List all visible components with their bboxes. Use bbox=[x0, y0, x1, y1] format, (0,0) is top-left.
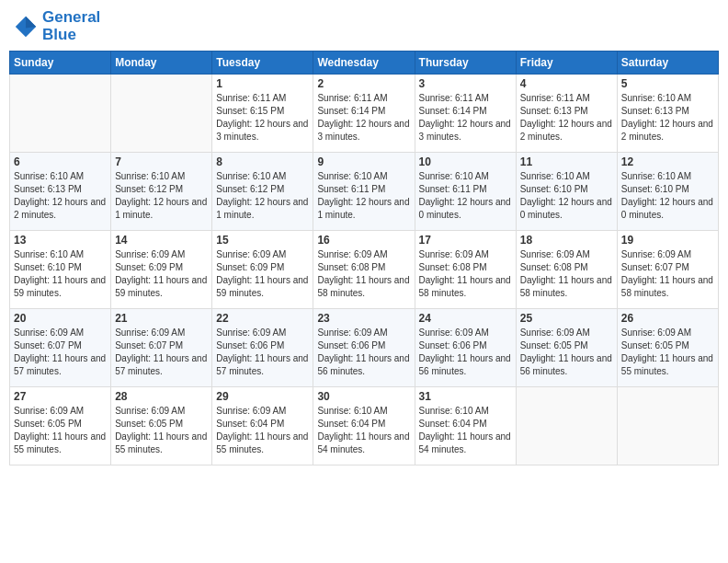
weekday-header-monday: Monday bbox=[111, 52, 212, 75]
calendar-cell: 12Sunrise: 6:10 AM Sunset: 6:10 PM Dayli… bbox=[617, 153, 718, 231]
calendar-cell: 19Sunrise: 6:09 AM Sunset: 6:07 PM Dayli… bbox=[617, 231, 718, 309]
weekday-header-tuesday: Tuesday bbox=[212, 52, 313, 75]
svg-marker-1 bbox=[26, 16, 36, 28]
calendar-cell: 31Sunrise: 6:10 AM Sunset: 6:04 PM Dayli… bbox=[415, 387, 516, 465]
day-number: 3 bbox=[419, 77, 512, 90]
day-number: 20 bbox=[14, 312, 107, 325]
weekday-header-thursday: Thursday bbox=[415, 52, 516, 75]
day-info: Sunrise: 6:09 AM Sunset: 6:09 PM Dayligh… bbox=[216, 248, 309, 300]
weekday-header-friday: Friday bbox=[516, 52, 617, 75]
day-info: Sunrise: 6:10 AM Sunset: 6:04 PM Dayligh… bbox=[419, 405, 512, 456]
day-number: 13 bbox=[14, 234, 107, 247]
day-info: Sunrise: 6:11 AM Sunset: 6:15 PM Dayligh… bbox=[216, 92, 309, 144]
calendar-cell: 13Sunrise: 6:10 AM Sunset: 6:10 PM Dayli… bbox=[10, 231, 111, 309]
page-header: General Blue bbox=[9, 9, 719, 43]
calendar-body: 1Sunrise: 6:11 AM Sunset: 6:15 PM Daylig… bbox=[10, 75, 719, 465]
day-info: Sunrise: 6:10 AM Sunset: 6:12 PM Dayligh… bbox=[115, 170, 208, 222]
calendar-cell: 6Sunrise: 6:10 AM Sunset: 6:13 PM Daylig… bbox=[10, 153, 111, 231]
calendar-week-1: 1Sunrise: 6:11 AM Sunset: 6:15 PM Daylig… bbox=[10, 75, 719, 153]
day-number: 15 bbox=[216, 234, 309, 247]
calendar-cell: 16Sunrise: 6:09 AM Sunset: 6:08 PM Dayli… bbox=[313, 231, 415, 309]
calendar-cell: 29Sunrise: 6:09 AM Sunset: 6:04 PM Dayli… bbox=[212, 387, 313, 465]
calendar-cell: 14Sunrise: 6:09 AM Sunset: 6:09 PM Dayli… bbox=[111, 231, 212, 309]
calendar-cell: 23Sunrise: 6:09 AM Sunset: 6:06 PM Dayli… bbox=[313, 309, 415, 387]
calendar-cell: 20Sunrise: 6:09 AM Sunset: 6:07 PM Dayli… bbox=[10, 309, 111, 387]
day-number: 10 bbox=[419, 155, 512, 168]
day-info: Sunrise: 6:09 AM Sunset: 6:07 PM Dayligh… bbox=[14, 327, 107, 378]
weekday-header-wednesday: Wednesday bbox=[313, 52, 415, 75]
day-number: 2 bbox=[317, 77, 410, 90]
day-number: 6 bbox=[14, 155, 107, 168]
calendar-cell bbox=[617, 387, 718, 465]
calendar-cell: 2Sunrise: 6:11 AM Sunset: 6:14 PM Daylig… bbox=[313, 75, 415, 153]
calendar-cell: 9Sunrise: 6:10 AM Sunset: 6:11 PM Daylig… bbox=[313, 153, 415, 231]
weekday-header-saturday: Saturday bbox=[617, 52, 718, 75]
day-info: Sunrise: 6:10 AM Sunset: 6:10 PM Dayligh… bbox=[520, 170, 613, 222]
calendar-cell: 11Sunrise: 6:10 AM Sunset: 6:10 PM Dayli… bbox=[516, 153, 617, 231]
day-info: Sunrise: 6:11 AM Sunset: 6:14 PM Dayligh… bbox=[317, 92, 410, 144]
day-number: 18 bbox=[520, 234, 613, 247]
day-info: Sunrise: 6:10 AM Sunset: 6:11 PM Dayligh… bbox=[317, 170, 410, 222]
day-number: 23 bbox=[317, 312, 410, 325]
day-info: Sunrise: 6:10 AM Sunset: 6:10 PM Dayligh… bbox=[14, 248, 107, 300]
day-number: 8 bbox=[216, 155, 309, 168]
day-number: 4 bbox=[520, 77, 613, 90]
day-number: 21 bbox=[115, 312, 208, 325]
calendar-cell: 15Sunrise: 6:09 AM Sunset: 6:09 PM Dayli… bbox=[212, 231, 313, 309]
day-number: 31 bbox=[419, 390, 512, 403]
day-info: Sunrise: 6:11 AM Sunset: 6:14 PM Dayligh… bbox=[419, 92, 512, 144]
calendar-cell: 25Sunrise: 6:09 AM Sunset: 6:05 PM Dayli… bbox=[516, 309, 617, 387]
day-number: 12 bbox=[621, 155, 714, 168]
logo-icon bbox=[13, 14, 39, 40]
day-number: 16 bbox=[317, 234, 410, 247]
calendar-cell bbox=[10, 75, 111, 153]
calendar-cell: 22Sunrise: 6:09 AM Sunset: 6:06 PM Dayli… bbox=[212, 309, 313, 387]
calendar-cell: 30Sunrise: 6:10 AM Sunset: 6:04 PM Dayli… bbox=[313, 387, 415, 465]
day-number: 25 bbox=[520, 312, 613, 325]
calendar-table: SundayMondayTuesdayWednesdayThursdayFrid… bbox=[9, 51, 719, 465]
day-info: Sunrise: 6:09 AM Sunset: 6:04 PM Dayligh… bbox=[216, 405, 309, 456]
day-info: Sunrise: 6:10 AM Sunset: 6:13 PM Dayligh… bbox=[14, 170, 107, 222]
day-number: 24 bbox=[419, 312, 512, 325]
day-info: Sunrise: 6:09 AM Sunset: 6:08 PM Dayligh… bbox=[520, 248, 613, 300]
day-number: 1 bbox=[216, 77, 309, 90]
weekday-header-sunday: Sunday bbox=[10, 52, 111, 75]
day-number: 29 bbox=[216, 390, 309, 403]
day-number: 27 bbox=[14, 390, 107, 403]
day-number: 30 bbox=[317, 390, 410, 403]
calendar-cell: 5Sunrise: 6:10 AM Sunset: 6:13 PM Daylig… bbox=[617, 75, 718, 153]
day-number: 22 bbox=[216, 312, 309, 325]
day-number: 19 bbox=[621, 234, 714, 247]
logo-text: General Blue bbox=[42, 9, 100, 43]
logo: General Blue bbox=[13, 9, 100, 43]
calendar-cell: 18Sunrise: 6:09 AM Sunset: 6:08 PM Dayli… bbox=[516, 231, 617, 309]
day-info: Sunrise: 6:09 AM Sunset: 6:05 PM Dayligh… bbox=[520, 327, 613, 378]
calendar-cell: 26Sunrise: 6:09 AM Sunset: 6:05 PM Dayli… bbox=[617, 309, 718, 387]
day-info: Sunrise: 6:10 AM Sunset: 6:13 PM Dayligh… bbox=[621, 92, 714, 144]
day-number: 28 bbox=[115, 390, 208, 403]
calendar-header: SundayMondayTuesdayWednesdayThursdayFrid… bbox=[10, 52, 719, 75]
day-info: Sunrise: 6:09 AM Sunset: 6:06 PM Dayligh… bbox=[317, 327, 410, 378]
day-info: Sunrise: 6:10 AM Sunset: 6:10 PM Dayligh… bbox=[621, 170, 714, 222]
calendar-cell: 8Sunrise: 6:10 AM Sunset: 6:12 PM Daylig… bbox=[212, 153, 313, 231]
day-info: Sunrise: 6:10 AM Sunset: 6:12 PM Dayligh… bbox=[216, 170, 309, 222]
day-info: Sunrise: 6:09 AM Sunset: 6:06 PM Dayligh… bbox=[419, 327, 512, 378]
day-info: Sunrise: 6:09 AM Sunset: 6:09 PM Dayligh… bbox=[115, 248, 208, 300]
day-info: Sunrise: 6:09 AM Sunset: 6:06 PM Dayligh… bbox=[216, 327, 309, 378]
calendar-cell: 24Sunrise: 6:09 AM Sunset: 6:06 PM Dayli… bbox=[415, 309, 516, 387]
day-info: Sunrise: 6:09 AM Sunset: 6:08 PM Dayligh… bbox=[419, 248, 512, 300]
day-info: Sunrise: 6:09 AM Sunset: 6:05 PM Dayligh… bbox=[621, 327, 714, 378]
calendar-cell: 1Sunrise: 6:11 AM Sunset: 6:15 PM Daylig… bbox=[212, 75, 313, 153]
day-info: Sunrise: 6:09 AM Sunset: 6:08 PM Dayligh… bbox=[317, 248, 410, 300]
day-info: Sunrise: 6:09 AM Sunset: 6:07 PM Dayligh… bbox=[115, 327, 208, 378]
day-number: 9 bbox=[317, 155, 410, 168]
calendar-week-2: 6Sunrise: 6:10 AM Sunset: 6:13 PM Daylig… bbox=[10, 153, 719, 231]
calendar-week-3: 13Sunrise: 6:10 AM Sunset: 6:10 PM Dayli… bbox=[10, 231, 719, 309]
calendar-cell: 10Sunrise: 6:10 AM Sunset: 6:11 PM Dayli… bbox=[415, 153, 516, 231]
day-info: Sunrise: 6:09 AM Sunset: 6:05 PM Dayligh… bbox=[14, 405, 107, 456]
day-number: 14 bbox=[115, 234, 208, 247]
day-info: Sunrise: 6:09 AM Sunset: 6:07 PM Dayligh… bbox=[621, 248, 714, 300]
day-info: Sunrise: 6:10 AM Sunset: 6:11 PM Dayligh… bbox=[419, 170, 512, 222]
day-number: 26 bbox=[621, 312, 714, 325]
day-number: 17 bbox=[419, 234, 512, 247]
